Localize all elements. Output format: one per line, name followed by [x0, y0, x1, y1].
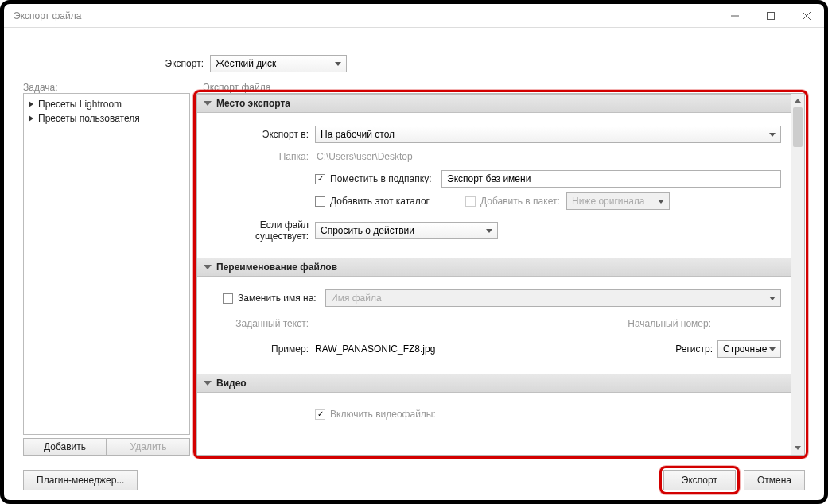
- panel-header-rename[interactable]: Переименование файлов: [197, 258, 791, 277]
- start-number-label: Начальный номер:: [628, 318, 717, 329]
- export-file-section-label: Экспорт файла: [203, 82, 270, 93]
- maximize-button[interactable]: [752, 4, 788, 28]
- triangle-right-icon: [29, 101, 33, 107]
- preset-sidebar: Пресеты Lightroom Пресеты пользователя Д…: [23, 93, 190, 456]
- folder-path: C:\Users\user\Desktop: [315, 151, 413, 162]
- preset-group-user[interactable]: Пресеты пользователя: [29, 111, 185, 126]
- task-section-label: Задача:: [23, 82, 190, 93]
- scroll-thumb[interactable]: [793, 107, 803, 147]
- export-button[interactable]: Экспорт: [663, 470, 736, 490]
- export-to-label: Экспорт в:: [207, 129, 315, 140]
- section-labels: Задача: Экспорт файла: [23, 82, 805, 93]
- rename-template-select: Имя файла: [325, 289, 781, 307]
- triangle-down-icon: [204, 265, 212, 269]
- scroll-down-arrow[interactable]: [791, 441, 804, 455]
- window-title: Экспорт файла: [14, 10, 81, 21]
- chevron-down-icon: [335, 62, 341, 66]
- case-select[interactable]: Строчные: [717, 340, 781, 358]
- example-filename: RAW_PANASONIC_FZ8.jpg: [315, 343, 435, 355]
- preset-list[interactable]: Пресеты Lightroom Пресеты пользователя: [23, 93, 190, 435]
- rename-checkbox[interactable]: [223, 293, 233, 304]
- subfolder-label: Поместить в подпапку:: [330, 173, 441, 184]
- case-label: Регистр:: [675, 343, 717, 355]
- scroll-track[interactable]: [791, 107, 804, 441]
- plugin-manager-button[interactable]: Плагин-менеджер...: [23, 470, 138, 490]
- triangle-down-icon: [204, 101, 212, 106]
- triangle-right-icon: [29, 115, 33, 122]
- cancel-button[interactable]: Отмена: [744, 470, 805, 490]
- chevron-down-icon: [486, 229, 492, 233]
- panel-header-location[interactable]: Место экспорта: [197, 94, 791, 113]
- close-button[interactable]: [788, 4, 824, 28]
- export-destination-row: Экспорт: Жёсткий диск: [23, 55, 805, 72]
- chevron-down-icon: [769, 133, 776, 137]
- add-preset-button[interactable]: Добавить: [23, 438, 107, 456]
- svg-rect-1: [767, 12, 774, 19]
- include-video-label: Включить видеофайлы:: [330, 409, 436, 420]
- chevron-down-icon: [769, 297, 776, 300]
- export-to-select[interactable]: На рабочий стол: [315, 126, 781, 143]
- custom-text-label: Заданный текст:: [207, 318, 315, 329]
- add-catalog-label: Добавить этот каталог: [330, 196, 441, 207]
- preset-buttons: Добавить Удалить: [23, 438, 190, 456]
- if-exists-label: Если файл существует:: [207, 219, 315, 242]
- titlebar: Экспорт файла: [4, 4, 824, 28]
- chevron-down-icon: [769, 347, 776, 351]
- vertical-scrollbar[interactable]: [791, 94, 804, 455]
- if-exists-select[interactable]: Спросить о действии: [315, 222, 498, 239]
- minimize-button[interactable]: [717, 4, 752, 28]
- folder-label: Папка:: [207, 151, 315, 162]
- preset-group-lightroom[interactable]: Пресеты Lightroom: [29, 97, 185, 111]
- subfolder-name-input[interactable]: Экспорт без имени: [441, 170, 781, 188]
- export-label: Экспорт:: [23, 58, 210, 69]
- add-catalog-checkbox[interactable]: [315, 196, 325, 207]
- below-original-select: Ниже оригинала: [566, 192, 670, 210]
- window-controls: [717, 4, 824, 28]
- export-settings-panels: Место экспорта Экспорт в: На рабочий сто…: [196, 93, 805, 456]
- rename-label: Заменить имя на:: [238, 293, 325, 304]
- triangle-down-icon: [204, 381, 212, 386]
- scroll-up-arrow[interactable]: [791, 94, 804, 107]
- example-label: Пример:: [207, 343, 315, 355]
- subfolder-checkbox[interactable]: [315, 174, 325, 184]
- include-video-checkbox: [315, 409, 325, 420]
- add-batch-label: Добавить в пакет:: [480, 196, 566, 207]
- add-batch-checkbox: [465, 196, 476, 207]
- chevron-down-icon: [658, 200, 664, 204]
- dialog-footer: Плагин-менеджер... Экспорт Отмена: [23, 456, 805, 490]
- remove-preset-button[interactable]: Удалить: [107, 438, 190, 456]
- export-destination-select[interactable]: Жёсткий диск: [210, 55, 347, 72]
- panel-header-video[interactable]: Видео: [197, 374, 791, 393]
